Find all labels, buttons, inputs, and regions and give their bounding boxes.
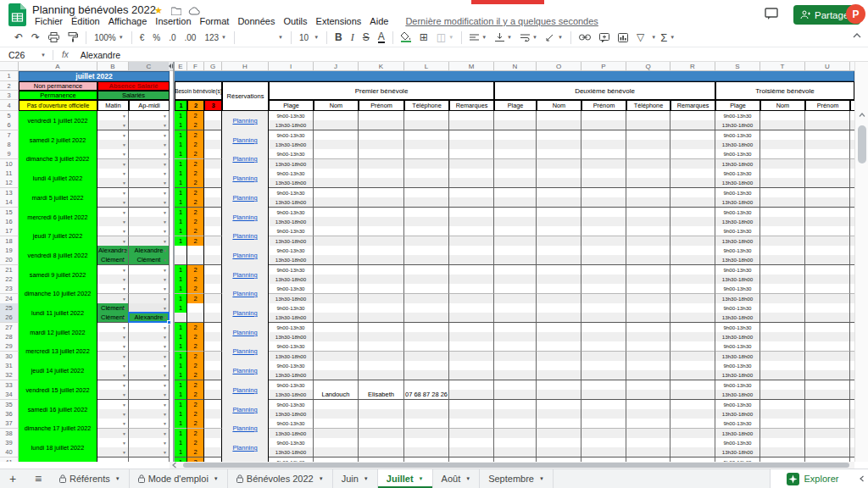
empty-cell[interactable] <box>537 419 581 429</box>
empty-cell[interactable] <box>404 149 449 159</box>
empty-cell[interactable] <box>760 313 805 323</box>
col-title-matin[interactable]: Matin <box>97 100 129 111</box>
empty-cell[interactable] <box>314 447 359 458</box>
col-header-E[interactable]: E <box>175 62 187 71</box>
dropdown-icon[interactable]: ▼ <box>122 162 126 167</box>
legend-non-permanence[interactable]: Non permanence <box>19 81 97 91</box>
plage-cell[interactable]: 13h30-18h00 <box>269 255 314 265</box>
empty-cell[interactable] <box>537 226 581 236</box>
corner-select-all[interactable] <box>0 62 19 71</box>
col-header-H[interactable]: H <box>222 62 269 71</box>
vertical-align-button[interactable]: ▼ <box>491 33 516 42</box>
date-cell[interactable]: mercredi 13 juillet 2022 <box>19 341 97 362</box>
dropdown-icon[interactable]: ▼ <box>122 450 126 455</box>
explore-button[interactable]: Explorer <box>770 469 854 488</box>
sub-header-plage[interactable]: Plage <box>715 100 760 111</box>
date-cell[interactable]: samedi 16 juillet 2022 <box>19 400 97 420</box>
empty-cell[interactable] <box>404 313 449 323</box>
planning-cell[interactable]: Planning <box>222 111 269 131</box>
dropdown-icon[interactable]: ▼ <box>122 373 126 378</box>
menu-outils[interactable]: Outils <box>279 16 311 26</box>
empty-cell[interactable] <box>494 120 537 130</box>
fill-handle[interactable] <box>167 320 171 324</box>
row-header-1[interactable]: 1 <box>0 71 19 81</box>
planning-link[interactable]: Planning <box>232 347 257 355</box>
menu-fichier[interactable]: Fichier <box>31 16 67 26</box>
dropdown-icon[interactable]: ▼ <box>163 373 167 378</box>
menu-édition[interactable]: Édition <box>67 16 104 26</box>
dropdown-icon[interactable]: ▼ <box>122 363 126 369</box>
date-cell[interactable]: mardi 12 juillet 2022 <box>19 323 97 343</box>
staff-apmidi-cell[interactable]: ▼ <box>129 226 170 236</box>
empty-cell[interactable] <box>449 419 494 429</box>
sheet-tab-septembre[interactable]: Septembre▼ <box>480 469 554 488</box>
empty-cell[interactable] <box>760 149 805 159</box>
plage-cell[interactable]: 13h30-18h00 <box>715 120 760 130</box>
staff-matin-cell[interactable]: ▼ <box>97 284 129 294</box>
dropdown-icon[interactable]: ▼ <box>163 344 167 349</box>
planning-cell[interactable]: Planning <box>222 226 269 247</box>
need-1-cell[interactable]: 1 <box>175 341 187 352</box>
empty-cell[interactable] <box>670 341 715 352</box>
empty-cell[interactable] <box>581 419 626 429</box>
empty-cell[interactable] <box>404 419 449 429</box>
need-3-cell[interactable] <box>204 419 222 429</box>
col-header-K[interactable]: K <box>359 62 404 71</box>
date-cell[interactable]: jeudi 7 juillet 2022 <box>19 226 97 247</box>
empty-cell[interactable] <box>760 178 805 188</box>
empty-cell[interactable] <box>537 178 581 188</box>
row-header-3[interactable]: 3 <box>0 91 19 100</box>
empty-cell[interactable] <box>760 120 805 130</box>
row-header-23[interactable]: 23 <box>0 284 19 294</box>
plage-cell[interactable]: 13h30-18h00 <box>269 313 314 323</box>
need-1-cell[interactable]: 1 <box>175 390 187 400</box>
staff-apmidi-cell[interactable]: ▼ <box>129 197 170 208</box>
empty-cell[interactable] <box>449 149 494 159</box>
empty-cell[interactable] <box>494 255 537 265</box>
date-cell[interactable]: dimanche 17 juillet 2022 <box>19 419 97 439</box>
need-3-cell[interactable] <box>204 370 222 380</box>
dropdown-icon[interactable]: ▼ <box>122 344 126 349</box>
menu-extensions[interactable]: Extensions <box>312 16 366 26</box>
planning-cell[interactable]: Planning <box>222 284 269 304</box>
empty-cell[interactable] <box>581 284 626 294</box>
col-title-apmidi[interactable]: Ap-midi <box>129 100 170 111</box>
empty-cell[interactable] <box>581 341 626 352</box>
col-header-J[interactable]: J <box>314 62 359 71</box>
empty-cell[interactable] <box>359 313 404 323</box>
need-2-cell[interactable]: 2 <box>187 120 204 130</box>
empty-cell[interactable] <box>537 284 581 294</box>
merge-cells-button[interactable]: ◫▼ <box>432 31 458 43</box>
staff-matin-cell[interactable]: ▼ <box>97 447 129 458</box>
add-sheet-icon[interactable]: + <box>0 469 25 488</box>
col-header-Q[interactable]: Q <box>626 62 670 71</box>
need-3-cell[interactable] <box>204 390 222 400</box>
empty-cell[interactable] <box>581 447 626 458</box>
dropdown-icon[interactable]: ▼ <box>163 171 167 176</box>
menu-données[interactable]: Données <box>233 16 279 26</box>
empty-cell[interactable] <box>314 255 359 265</box>
date-cell[interactable]: vendredi 8 juillet 2022 <box>19 246 97 266</box>
date-cell[interactable]: lundi 18 juillet 2022 <box>19 438 97 458</box>
volunteer-cell[interactable]: Landouch <box>314 390 359 400</box>
dropdown-icon[interactable]: ▼ <box>163 306 167 311</box>
empty-cell[interactable] <box>314 120 359 130</box>
plage-cell[interactable]: 9h00-13h30 <box>269 341 314 352</box>
need-1-cell[interactable]: 1 <box>175 178 187 188</box>
plage-cell[interactable]: 13h30-18h00 <box>715 255 760 265</box>
sub-header-plage[interactable]: Plage <box>494 100 537 111</box>
need-2-cell[interactable]: 2 <box>187 341 204 352</box>
empty-cell[interactable] <box>581 226 626 236</box>
empty-cell[interactable] <box>760 197 805 208</box>
empty-cell[interactable] <box>537 341 581 352</box>
date-cell[interactable]: dimanche 10 juillet 2022 <box>19 284 97 304</box>
empty-cell[interactable] <box>581 120 626 130</box>
planning-cell[interactable]: Planning <box>222 341 269 362</box>
empty-cell[interactable] <box>670 255 715 265</box>
menu-insertion[interactable]: Insertion <box>151 16 195 26</box>
col-header-O[interactable]: O <box>537 62 581 71</box>
empty-cell[interactable] <box>494 178 537 188</box>
dropdown-icon[interactable]: ▼ <box>163 297 167 302</box>
empty-cell[interactable] <box>404 255 449 265</box>
staff-matin-cell[interactable]: ▼ <box>97 120 129 130</box>
